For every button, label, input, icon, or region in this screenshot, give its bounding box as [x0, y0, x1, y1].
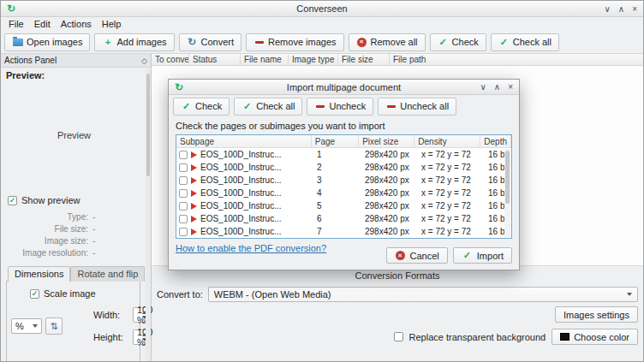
col-file-path[interactable]: File path [390, 54, 643, 65]
table-row[interactable]: EOS_100D_Instruc... 2 298x420 px x = 72 … [176, 161, 511, 174]
table-row[interactable]: EOS_100D_Instruc... 5 298x420 px x = 72 … [176, 199, 511, 212]
row-checkbox[interactable] [179, 228, 188, 236]
file-size-value: - [92, 224, 142, 234]
type-label: Type: [6, 212, 88, 222]
images-settings-label: Images settings [564, 310, 629, 320]
scale-image-checkbox[interactable] [30, 289, 39, 299]
menu-file[interactable]: File [3, 18, 29, 30]
window-titlebar: ↻ Converseen ∨ ∧ × [1, 1, 643, 17]
density-value: x = 72 y = 72 [418, 188, 485, 198]
convert-button[interactable]: ↻ Convert [179, 33, 242, 51]
pdf-help-link[interactable]: How to enable the PDF conversion? [176, 243, 326, 253]
plus-icon: + [102, 37, 113, 48]
dialog-maximize-icon[interactable]: ∧ [494, 82, 500, 92]
dialog-minimize-icon[interactable]: ∨ [480, 82, 486, 92]
pixel-size: 298x420 px [361, 175, 418, 185]
col-file-size[interactable]: File size [338, 54, 390, 65]
menu-help[interactable]: Help [97, 18, 127, 30]
col-status[interactable]: Status [189, 54, 241, 65]
density-value: x = 72 y = 72 [418, 175, 485, 185]
choose-color-button[interactable]: Choose color [552, 329, 638, 345]
dimensions-tab-panel: Scale image Width: 100 % % ⇅ Hei [6, 281, 140, 361]
check-all-icon: ✓ [498, 37, 510, 48]
dialog-check-all-label: Check all [256, 101, 295, 111]
subpage-name: EOS_100D_Instruc... [200, 150, 282, 159]
convert-to-value: WEBM - (Open Web Media) [214, 289, 331, 300]
open-images-label: Open images [27, 37, 82, 47]
add-images-button[interactable]: + Add images [94, 33, 174, 51]
remove-all-button[interactable]: × Remove all [349, 33, 426, 51]
dialog-uncheck-button[interactable]: Uncheck [307, 98, 373, 116]
menu-edit[interactable]: Edit [29, 18, 56, 30]
replace-background-checkbox[interactable] [394, 332, 403, 341]
col-to-convert[interactable]: To convert [152, 54, 189, 65]
row-checkbox[interactable] [179, 163, 188, 172]
unit-select[interactable]: % [11, 318, 42, 334]
dialog-uncheck-all-button[interactable]: Uncheck all [378, 98, 456, 116]
page-number: 2 [313, 163, 361, 172]
open-images-button[interactable]: Open images [4, 33, 90, 51]
dialog-check-all-button[interactable]: ✓ Check all [234, 98, 302, 116]
tab-rotate-and-flip[interactable]: Rotate and flip [70, 266, 145, 282]
density-value: x = 72 y = 72 [418, 227, 485, 236]
col-file-name[interactable]: File name [241, 54, 289, 65]
col-density[interactable]: Density [414, 135, 480, 147]
menu-actions[interactable]: Actions [56, 18, 97, 30]
convert-to-label: Convert to: [157, 289, 203, 300]
table-scrollbar[interactable] [504, 149, 510, 237]
cancel-button[interactable]: × Cancel [386, 247, 448, 264]
row-checkbox[interactable] [179, 189, 188, 198]
row-checkbox[interactable] [179, 215, 188, 223]
pixel-size: 298x420 px [361, 214, 418, 223]
pages-table-header: Subpage Page Pixel size Density Depth [176, 135, 511, 148]
main-window: ↻ Converseen ∨ ∧ × File Edit Actions Hel… [0, 0, 644, 362]
dialog-close-icon[interactable]: × [508, 82, 513, 92]
color-swatch-icon [560, 333, 569, 341]
cancel-icon: × [395, 250, 406, 261]
close-icon[interactable]: × [632, 4, 637, 14]
col-image-type[interactable]: Image type [289, 54, 338, 65]
import-check-icon: ✓ [462, 250, 473, 261]
col-pixel-size[interactable]: Pixel size [359, 135, 414, 147]
dialog-check-button[interactable]: ✓ Check [173, 98, 230, 116]
show-preview-checkbox[interactable] [8, 196, 17, 205]
col-page[interactable]: Page [312, 135, 359, 147]
table-row[interactable]: EOS_100D_Instruc... 3 298x420 px x = 72 … [176, 174, 511, 187]
pdf-icon [191, 177, 197, 184]
link-dimensions-button[interactable]: ⇅ [45, 317, 63, 335]
col-depth[interactable]: Depth [480, 135, 511, 147]
convert-to-select[interactable]: WEBM - (Open Web Media) [208, 287, 638, 302]
image-size-value: - [92, 236, 142, 246]
table-row[interactable]: EOS_100D_Instruc... 7 298x420 px x = 72 … [176, 225, 511, 238]
subpage-name: EOS_100D_Instruc... [200, 227, 282, 236]
table-row[interactable]: EOS_100D_Instruc... 4 298x420 px x = 72 … [176, 187, 511, 199]
type-value: - [92, 212, 142, 222]
tab-dimensions[interactable]: Dimensions [8, 266, 70, 282]
convert-label: Convert [201, 37, 235, 47]
minimize-icon[interactable]: ∨ [605, 4, 611, 14]
table-row[interactable]: EOS_100D_Instruc... 6 298x420 px x = 72 … [176, 212, 511, 225]
pdf-icon [191, 216, 197, 223]
chevron-down-icon [33, 324, 38, 328]
conversion-formats-heading: Conversion Formats [152, 270, 643, 281]
panel-scrollbar[interactable] [146, 68, 151, 361]
remove-images-button[interactable]: Remove images [246, 33, 343, 51]
app-icon: ↻ [7, 3, 15, 14]
row-checkbox[interactable] [179, 151, 188, 159]
scrollbar-thumb[interactable] [146, 74, 150, 176]
table-row[interactable]: EOS_100D_Instruc... 1 298x420 px x = 72 … [176, 148, 511, 161]
col-subpage[interactable]: Subpage [176, 135, 312, 147]
row-checkbox[interactable] [179, 202, 188, 211]
row-checkbox[interactable] [179, 176, 188, 185]
scrollbar-thumb[interactable] [505, 151, 510, 204]
dialog-instruction: Check the pages or subimages you want to… [169, 117, 519, 134]
images-settings-button[interactable]: Images settings [555, 306, 638, 323]
import-button[interactable]: ✓ Import [453, 247, 512, 264]
check-all-button[interactable]: ✓ Check all [491, 33, 559, 51]
check-all-label: Check all [513, 37, 552, 47]
check-button[interactable]: ✓ Check [430, 33, 486, 51]
undock-icon[interactable]: ◇ [141, 56, 147, 65]
preview-placeholder: Preview [57, 130, 91, 140]
maximize-icon[interactable]: ∧ [618, 4, 624, 14]
replace-background-label: Replace transparent background [409, 332, 546, 342]
